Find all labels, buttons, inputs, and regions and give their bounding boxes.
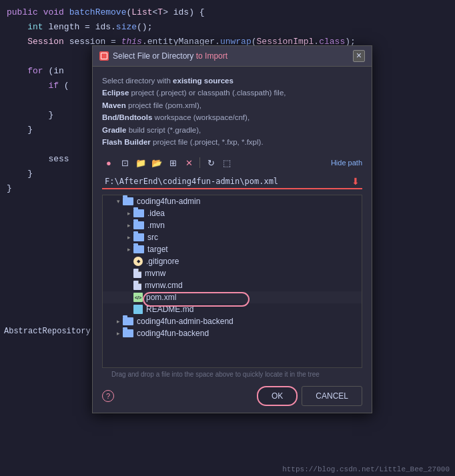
tree-item-target[interactable]: ▸ target xyxy=(103,243,362,255)
path-row: ⬇ xyxy=(102,175,362,189)
dialog-bottom-bar: ? OK CANCEL xyxy=(93,381,372,413)
dialog-buttons: OK CANCEL xyxy=(257,386,362,406)
tree-item-label: .mvn xyxy=(147,221,165,230)
tree-item-label: src xyxy=(147,233,158,242)
tree-item-label: coding4fun-admin xyxy=(137,197,200,206)
tree-item-label: mvnw xyxy=(145,269,165,278)
close-button[interactable]: × xyxy=(353,50,365,62)
help-icon[interactable]: ? xyxy=(102,390,114,402)
folder-icon xyxy=(123,317,133,325)
hide-path-button[interactable]: Hide path xyxy=(331,159,362,167)
dialog-title-text: Select File or Directory to Import xyxy=(113,51,228,61)
folder-icon xyxy=(123,329,133,337)
ok-button[interactable]: OK xyxy=(257,386,298,406)
delete-icon[interactable]: ✕ xyxy=(182,156,195,169)
file-icon xyxy=(133,281,141,290)
tree-item-idea[interactable]: ▸ .idea xyxy=(103,207,362,219)
dialog-title-icon xyxy=(99,51,109,61)
tree-expand-arrow: ▸ xyxy=(124,234,133,241)
tree-expand-arrow: ▸ xyxy=(124,210,133,217)
tree-item-label: .idea xyxy=(147,209,165,218)
toolbar-sep xyxy=(199,157,200,168)
open-folder-icon[interactable]: 📂 xyxy=(150,156,163,169)
tree-expand-arrow: ▸ xyxy=(124,246,133,253)
tree-item-label: pom.xml xyxy=(146,293,176,302)
tree-item-label: mvnw.cmd xyxy=(145,281,183,290)
path-input[interactable] xyxy=(102,175,349,187)
folder-icon xyxy=(133,245,144,253)
dialog-titlebar: Select File or Directory to Import × xyxy=(93,46,372,67)
dialog-title-area: Select File or Directory to Import xyxy=(99,51,228,61)
tree-expand-arrow: ▾ xyxy=(113,198,123,205)
tree-item-mvnw[interactable]: ▸ mvnw xyxy=(103,267,362,279)
title-highlight: to Import xyxy=(196,51,228,61)
file-toolbar: ● ⊡ 📁 📂 ⊞ ✕ ↻ ⬚ Hide path xyxy=(102,155,362,171)
tree-item-label: coding4fun-admin-backend xyxy=(137,317,234,326)
tree-item-readme[interactable]: ▸ README.md xyxy=(103,303,362,315)
tree-item-backend[interactable]: ▸ coding4fun-backend xyxy=(103,327,362,339)
tree-item-src[interactable]: ▸ src xyxy=(103,231,362,243)
tree-item-mvn[interactable]: ▸ .mvn xyxy=(103,219,362,231)
sidebar-label: AbstractRepository > xyxy=(1,325,103,337)
tree-item-label: README.md xyxy=(146,305,193,314)
xml-icon: </> xyxy=(133,293,143,302)
drag-hint-text: Drag and drop a file into the space abov… xyxy=(102,368,362,381)
tree-expand-arrow: ▸ xyxy=(113,330,123,337)
img-icon xyxy=(133,305,143,314)
dialog-body: Select directory with existing sources E… xyxy=(93,67,372,381)
description-text: Select directory with existing sources E… xyxy=(102,75,362,148)
monitor-icon[interactable]: ⊡ xyxy=(118,156,131,169)
red-circle-icon[interactable]: ● xyxy=(102,156,115,169)
folder-icon xyxy=(133,221,144,229)
bottom-url: https://blog.csdn.net/Little_Bee_27000 xyxy=(282,465,450,473)
tree-item-label: coding4fun-backend xyxy=(137,329,209,338)
new-folder-icon[interactable]: 📁 xyxy=(134,156,147,169)
folder-icon xyxy=(133,209,144,217)
tree-item-label: target xyxy=(147,245,168,254)
tree-item-admin-backend[interactable]: ▸ coding4fun-admin-backend xyxy=(103,315,362,327)
tree-expand-arrow: ▸ xyxy=(124,222,133,229)
tree-expand-arrow: ▸ xyxy=(113,318,123,325)
tree-item-label: .gitignore xyxy=(146,257,179,266)
gitignore-icon: ◆ xyxy=(133,257,143,266)
tree-item-gitignore[interactable]: ▸ ◆ .gitignore xyxy=(103,255,362,267)
file-tree[interactable]: ▾ coding4fun-admin ▸ .idea ▸ .mvn ▸ src xyxy=(102,195,362,368)
refresh-icon[interactable]: ↻ xyxy=(204,156,217,169)
folder-icon xyxy=(123,197,133,205)
download-icon: ⬇ xyxy=(349,175,362,188)
tree-item-mvnw-cmd[interactable]: ▸ mvnw.cmd xyxy=(103,279,362,291)
import-dialog: Select File or Directory to Import × Sel… xyxy=(92,45,372,413)
file-icon xyxy=(133,269,141,278)
folder-icon xyxy=(133,233,144,241)
tree-item-coding4fun-admin[interactable]: ▾ coding4fun-admin xyxy=(103,195,362,207)
pom-oval-wrapper: ▸ </> pom.xml xyxy=(124,293,356,302)
tree-item-pom-xml[interactable]: ▸ </> pom.xml xyxy=(103,291,362,303)
cancel-button[interactable]: CANCEL xyxy=(302,386,362,406)
add-folder-icon[interactable]: ⊞ xyxy=(166,156,179,169)
select-all-icon[interactable]: ⬚ xyxy=(220,156,234,169)
